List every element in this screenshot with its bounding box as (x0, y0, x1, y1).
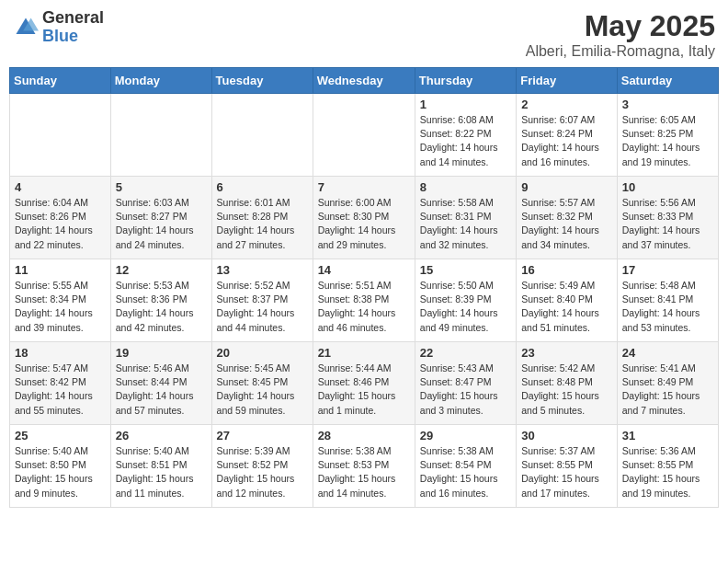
day-info: Sunrise: 5:55 AM Sunset: 8:34 PM Dayligh… (15, 279, 106, 335)
day-info: Sunrise: 5:58 AM Sunset: 8:31 PM Dayligh… (420, 196, 511, 252)
day-info: Sunrise: 6:00 AM Sunset: 8:30 PM Dayligh… (318, 196, 410, 252)
calendar-cell: 6Sunrise: 6:01 AM Sunset: 8:28 PM Daylig… (211, 177, 313, 259)
calendar-cell (313, 94, 415, 177)
weekday-header: Friday (517, 68, 618, 94)
day-number: 28 (318, 429, 410, 442)
calendar-cell: 27Sunrise: 5:39 AM Sunset: 8:52 PM Dayli… (211, 425, 313, 508)
day-number: 21 (318, 346, 410, 360)
day-number: 19 (116, 346, 207, 360)
logo-blue: Blue (42, 28, 104, 46)
calendar-cell: 26Sunrise: 5:40 AM Sunset: 8:51 PM Dayli… (110, 425, 211, 508)
weekday-header: Saturday (617, 68, 718, 94)
calendar-cell: 7Sunrise: 6:00 AM Sunset: 8:30 PM Daylig… (313, 177, 415, 259)
calendar-week-row: 1Sunrise: 6:08 AM Sunset: 8:22 PM Daylig… (10, 94, 719, 177)
calendar-table: SundayMondayTuesdayWednesdayThursdayFrid… (9, 67, 719, 508)
day-info: Sunrise: 5:49 AM Sunset: 8:40 PM Dayligh… (521, 279, 612, 335)
calendar-cell: 5Sunrise: 6:03 AM Sunset: 8:27 PM Daylig… (110, 177, 211, 259)
title-block: May 2025 Alberi, Emilia-Romagna, Italy (526, 9, 715, 60)
day-number: 14 (318, 263, 410, 277)
calendar-cell: 30Sunrise: 5:37 AM Sunset: 8:55 PM Dayli… (517, 425, 618, 508)
day-number: 8 (420, 180, 511, 194)
calendar-cell: 8Sunrise: 5:58 AM Sunset: 8:31 PM Daylig… (415, 177, 516, 259)
day-number: 16 (521, 263, 612, 277)
day-number: 4 (15, 180, 106, 194)
calendar-cell: 24Sunrise: 5:41 AM Sunset: 8:49 PM Dayli… (617, 342, 718, 425)
day-info: Sunrise: 5:46 AM Sunset: 8:44 PM Dayligh… (116, 362, 207, 418)
day-info: Sunrise: 5:38 AM Sunset: 8:53 PM Dayligh… (318, 444, 410, 500)
day-number: 23 (521, 346, 612, 360)
page-header: General Blue May 2025 Alberi, Emilia-Rom… (9, 9, 719, 60)
logo-general: General (42, 9, 104, 28)
day-info: Sunrise: 5:44 AM Sunset: 8:46 PM Dayligh… (318, 362, 410, 418)
day-info: Sunrise: 6:07 AM Sunset: 8:24 PM Dayligh… (521, 113, 612, 169)
day-number: 30 (521, 429, 612, 442)
day-info: Sunrise: 5:48 AM Sunset: 8:41 PM Dayligh… (622, 279, 713, 335)
logo-text: General Blue (42, 9, 104, 46)
weekday-header: Sunday (10, 68, 111, 94)
calendar-cell: 20Sunrise: 5:45 AM Sunset: 8:45 PM Dayli… (211, 342, 313, 425)
day-info: Sunrise: 6:03 AM Sunset: 8:27 PM Dayligh… (116, 196, 207, 252)
day-info: Sunrise: 5:40 AM Sunset: 8:50 PM Dayligh… (15, 444, 106, 500)
calendar-cell: 15Sunrise: 5:50 AM Sunset: 8:39 PM Dayli… (415, 259, 516, 342)
calendar-week-row: 18Sunrise: 5:47 AM Sunset: 8:42 PM Dayli… (10, 342, 719, 425)
day-number: 11 (15, 263, 106, 277)
month-title: May 2025 (526, 9, 715, 43)
day-info: Sunrise: 5:37 AM Sunset: 8:55 PM Dayligh… (521, 444, 612, 500)
calendar-cell: 22Sunrise: 5:43 AM Sunset: 8:47 PM Dayli… (415, 342, 516, 425)
day-number: 6 (217, 180, 308, 194)
day-info: Sunrise: 5:39 AM Sunset: 8:52 PM Dayligh… (217, 444, 308, 500)
day-info: Sunrise: 6:01 AM Sunset: 8:28 PM Dayligh… (217, 196, 308, 252)
day-info: Sunrise: 5:56 AM Sunset: 8:33 PM Dayligh… (622, 196, 713, 252)
day-info: Sunrise: 5:36 AM Sunset: 8:55 PM Dayligh… (622, 444, 713, 500)
calendar-cell: 25Sunrise: 5:40 AM Sunset: 8:50 PM Dayli… (10, 425, 111, 508)
calendar-cell: 17Sunrise: 5:48 AM Sunset: 8:41 PM Dayli… (617, 259, 718, 342)
calendar-cell: 14Sunrise: 5:51 AM Sunset: 8:38 PM Dayli… (313, 259, 415, 342)
calendar-cell: 9Sunrise: 5:57 AM Sunset: 8:32 PM Daylig… (517, 177, 618, 259)
calendar-cell: 3Sunrise: 6:05 AM Sunset: 8:25 PM Daylig… (617, 94, 718, 177)
day-info: Sunrise: 5:47 AM Sunset: 8:42 PM Dayligh… (15, 362, 106, 418)
calendar-cell: 2Sunrise: 6:07 AM Sunset: 8:24 PM Daylig… (517, 94, 618, 177)
calendar-week-row: 4Sunrise: 6:04 AM Sunset: 8:26 PM Daylig… (10, 177, 719, 259)
day-number: 3 (622, 98, 713, 111)
day-number: 27 (217, 429, 308, 442)
location-title: Alberi, Emilia-Romagna, Italy (526, 43, 715, 60)
day-info: Sunrise: 5:57 AM Sunset: 8:32 PM Dayligh… (521, 196, 612, 252)
day-info: Sunrise: 5:43 AM Sunset: 8:47 PM Dayligh… (420, 362, 511, 418)
day-number: 22 (420, 346, 511, 360)
calendar-cell: 29Sunrise: 5:38 AM Sunset: 8:54 PM Dayli… (415, 425, 516, 508)
calendar-cell: 28Sunrise: 5:38 AM Sunset: 8:53 PM Dayli… (313, 425, 415, 508)
day-info: Sunrise: 5:51 AM Sunset: 8:38 PM Dayligh… (318, 279, 410, 335)
calendar-cell: 18Sunrise: 5:47 AM Sunset: 8:42 PM Dayli… (10, 342, 111, 425)
day-info: Sunrise: 5:41 AM Sunset: 8:49 PM Dayligh… (622, 362, 713, 418)
calendar-cell: 12Sunrise: 5:53 AM Sunset: 8:36 PM Dayli… (110, 259, 211, 342)
weekday-header: Tuesday (211, 68, 313, 94)
weekday-header: Wednesday (313, 68, 415, 94)
day-number: 2 (521, 98, 612, 111)
day-info: Sunrise: 5:42 AM Sunset: 8:48 PM Dayligh… (521, 362, 612, 418)
day-number: 9 (521, 180, 612, 194)
calendar-cell (10, 94, 111, 177)
weekday-header: Monday (110, 68, 211, 94)
weekday-header-row: SundayMondayTuesdayWednesdayThursdayFrid… (10, 68, 719, 94)
day-number: 25 (15, 429, 106, 442)
day-info: Sunrise: 5:53 AM Sunset: 8:36 PM Dayligh… (116, 279, 207, 335)
calendar-week-row: 25Sunrise: 5:40 AM Sunset: 8:50 PM Dayli… (10, 425, 719, 508)
day-info: Sunrise: 5:40 AM Sunset: 8:51 PM Dayligh… (116, 444, 207, 500)
logo: General Blue (13, 9, 104, 46)
day-info: Sunrise: 5:38 AM Sunset: 8:54 PM Dayligh… (420, 444, 511, 500)
calendar-cell: 21Sunrise: 5:44 AM Sunset: 8:46 PM Dayli… (313, 342, 415, 425)
day-number: 5 (116, 180, 207, 194)
calendar-cell: 23Sunrise: 5:42 AM Sunset: 8:48 PM Dayli… (517, 342, 618, 425)
day-info: Sunrise: 6:05 AM Sunset: 8:25 PM Dayligh… (622, 113, 713, 169)
day-number: 26 (116, 429, 207, 442)
calendar-cell (110, 94, 211, 177)
day-number: 15 (420, 263, 511, 277)
calendar-cell: 13Sunrise: 5:52 AM Sunset: 8:37 PM Dayli… (211, 259, 313, 342)
weekday-header: Thursday (415, 68, 516, 94)
calendar-cell: 4Sunrise: 6:04 AM Sunset: 8:26 PM Daylig… (10, 177, 111, 259)
day-number: 13 (217, 263, 308, 277)
day-info: Sunrise: 6:04 AM Sunset: 8:26 PM Dayligh… (15, 196, 106, 252)
day-number: 18 (15, 346, 106, 360)
day-number: 24 (622, 346, 713, 360)
day-number: 17 (622, 263, 713, 277)
